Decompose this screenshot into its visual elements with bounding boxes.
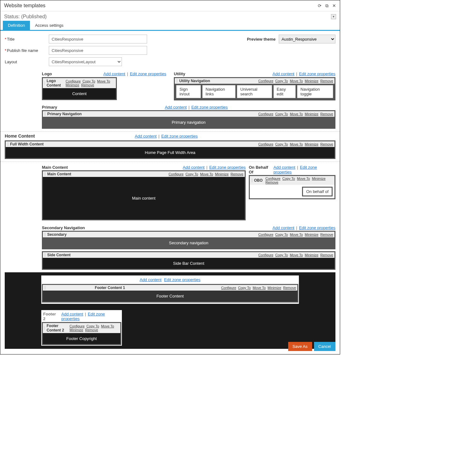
home-copyto[interactable]: Copy To	[275, 142, 288, 146]
primary-copyto[interactable]: Copy To	[275, 112, 288, 116]
primary-edit-zone[interactable]: Edit zone properties	[191, 105, 228, 110]
f2-copyto[interactable]: Copy To	[87, 324, 99, 328]
home-moveto[interactable]: Move To	[290, 142, 303, 146]
utility-item-easyedit[interactable]: Easy edit	[273, 85, 296, 98]
primary-add-content[interactable]: Add content	[165, 105, 186, 110]
drag-handle-icon[interactable]	[7, 142, 9, 146]
maximize-icon[interactable]: ⧉	[325, 3, 328, 8]
drag-handle-icon[interactable]	[251, 178, 253, 182]
close-icon[interactable]: ✕	[332, 3, 336, 8]
utility-configure[interactable]: Configure	[258, 79, 273, 83]
f2-minimize[interactable]: Minimize	[70, 328, 83, 332]
main-remove[interactable]: Remove	[231, 172, 243, 176]
primary-configure[interactable]: Configure	[258, 112, 273, 116]
utility-moveto[interactable]: Move To	[290, 79, 303, 83]
main-copyto[interactable]: Copy To	[186, 172, 198, 176]
f1-minimize[interactable]: Minimize	[268, 286, 281, 290]
footer2-add-content[interactable]: Add content	[61, 312, 83, 316]
logo-remove[interactable]: Remove	[81, 83, 94, 87]
sec-configure[interactable]: Configure	[258, 233, 273, 236]
side-moveto[interactable]: Move To	[290, 253, 303, 257]
f2-remove[interactable]: Remove	[85, 328, 98, 332]
home-add-content[interactable]: Add content	[135, 134, 157, 139]
sec-copyto[interactable]: Copy To	[275, 233, 288, 236]
preview-theme-select[interactable]: Austin_Responsive	[279, 35, 335, 43]
widget-utility-nav: Utility Navigation	[179, 79, 210, 83]
footer1-edit-zone[interactable]: Edit zone properties	[164, 277, 201, 282]
drag-handle-icon[interactable]	[44, 172, 46, 176]
drag-handle-icon[interactable]	[44, 253, 46, 257]
tab-definition[interactable]: Definition	[3, 21, 30, 30]
zone-home-title: Home Content	[5, 133, 35, 139]
drag-handle-icon[interactable]	[44, 233, 46, 236]
logo-moveto[interactable]: Move To	[97, 79, 110, 83]
secnav-edit-zone[interactable]: Edit zone properties	[299, 225, 335, 230]
obo-remove[interactable]: Remove	[266, 180, 278, 184]
obo-item[interactable]: On behalf of	[302, 187, 333, 196]
status-dropdown[interactable]: ▼	[331, 14, 336, 19]
main-minimize[interactable]: Minimize	[215, 172, 229, 176]
utility-item-navlinks[interactable]: Navigation links	[202, 85, 236, 98]
primary-remove[interactable]: Remove	[320, 112, 333, 116]
side-copyto[interactable]: Copy To	[275, 253, 288, 257]
utility-item-navtoggle[interactable]: Navigation toggle	[297, 85, 333, 98]
zone-obo-title: On Behalf Of	[249, 165, 273, 174]
widget-obo: OBO	[254, 178, 262, 183]
utility-item-signin[interactable]: Sign in/out	[176, 85, 201, 98]
obo-configure[interactable]: Configure	[266, 177, 281, 180]
primary-minimize[interactable]: Minimize	[305, 112, 318, 116]
main-moveto[interactable]: Move To	[200, 172, 213, 176]
f1-configure[interactable]: Configure	[221, 286, 236, 290]
utility-minimize[interactable]: Minimize	[305, 79, 318, 83]
logo-minimize[interactable]: Minimize	[66, 83, 79, 87]
home-minimize[interactable]: Minimize	[305, 142, 318, 146]
sec-moveto[interactable]: Move To	[290, 233, 303, 236]
home-remove[interactable]: Remove	[320, 142, 333, 146]
f2-configure[interactable]: Configure	[70, 324, 85, 328]
zone-utility-title: Utility	[174, 71, 185, 76]
obo-add-content[interactable]: Add content	[273, 165, 295, 170]
utility-copyto[interactable]: Copy To	[275, 79, 288, 83]
title-input[interactable]	[49, 35, 147, 43]
layout-select[interactable]: CitiesResponsiveLayout	[49, 57, 122, 66]
primary-moveto[interactable]: Move To	[290, 112, 303, 116]
home-configure[interactable]: Configure	[258, 142, 273, 146]
side-remove[interactable]: Remove	[320, 253, 333, 257]
drag-handle-icon[interactable]	[44, 81, 45, 85]
main-edit-zone[interactable]: Edit zone properties	[209, 165, 246, 170]
logo-edit-zone[interactable]: Edit zone properties	[130, 71, 166, 76]
main-add-content[interactable]: Add content	[183, 165, 204, 170]
sec-remove[interactable]: Remove	[320, 233, 333, 236]
logo-add-content[interactable]: Add content	[103, 71, 125, 76]
secnav-body: Secondary navigation	[43, 237, 334, 248]
side-minimize[interactable]: Minimize	[305, 253, 318, 257]
f2-moveto[interactable]: Move To	[101, 324, 114, 328]
utility-edit-zone[interactable]: Edit zone properties	[299, 71, 335, 76]
side-configure[interactable]: Configure	[258, 253, 273, 257]
refresh-icon[interactable]: ⟳	[318, 3, 322, 8]
drag-handle-icon[interactable]	[44, 286, 46, 290]
utility-add-content[interactable]: Add content	[272, 71, 294, 76]
cancel-button[interactable]: Cancel	[314, 342, 335, 351]
obo-copyto[interactable]: Copy To	[283, 177, 295, 180]
pubfile-input[interactable]	[49, 46, 147, 55]
utility-remove[interactable]: Remove	[320, 79, 333, 83]
f1-remove[interactable]: Remove	[283, 286, 296, 290]
obo-minimize[interactable]: Minimize	[312, 177, 325, 180]
secnav-add-content[interactable]: Add content	[272, 225, 294, 230]
f1-copyto[interactable]: Copy To	[238, 286, 251, 290]
save-as-button[interactable]: Save As	[288, 342, 312, 351]
logo-copyto[interactable]: Copy To	[83, 79, 95, 83]
tab-access-settings[interactable]: Access settings	[30, 21, 68, 30]
home-edit-zone[interactable]: Edit zone properties	[161, 134, 198, 139]
utility-item-search[interactable]: Universal search	[237, 85, 272, 98]
drag-handle-icon[interactable]	[44, 326, 45, 330]
drag-handle-icon[interactable]	[176, 79, 178, 83]
f1-moveto[interactable]: Move To	[253, 286, 266, 290]
footer1-add-content[interactable]: Add content	[140, 277, 161, 282]
obo-moveto[interactable]: Move To	[297, 177, 310, 180]
logo-configure[interactable]: Configure	[66, 79, 81, 83]
sec-minimize[interactable]: Minimize	[305, 233, 318, 236]
drag-handle-icon[interactable]	[44, 112, 46, 116]
main-configure[interactable]: Configure	[169, 172, 184, 176]
